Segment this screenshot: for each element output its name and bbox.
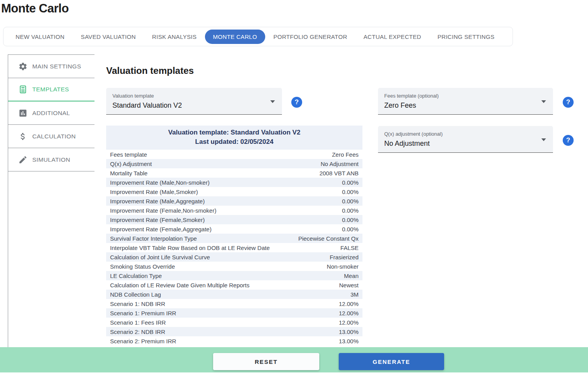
row-value: Zero Fees	[332, 151, 359, 158]
tab-pricing-settings[interactable]: PRICING SETTINGS	[429, 30, 502, 44]
sidebar-item-templates[interactable]: TEMPLATES	[8, 78, 94, 101]
calculator-icon	[18, 85, 28, 94]
summary-rows: Fees template Zero Fees Q(x) Adjustment …	[106, 150, 362, 346]
table-row: Q(x) Adjustment No Adjustment	[106, 159, 362, 168]
sidebar-item-calculation[interactable]: CALCULATION	[8, 125, 94, 148]
row-value: 0.00%	[342, 198, 359, 204]
sidebar-item-label: TEMPLATES	[32, 86, 69, 93]
table-row: Smoking Status Override Non-smoker	[106, 262, 362, 271]
page-title: Monte Carlo	[1, 2, 69, 16]
row-value: 0.00%	[342, 189, 359, 195]
valuation-template-label: Valuation template	[112, 93, 276, 99]
table-row: LE Calculation Type Mean	[106, 271, 362, 280]
table-row: Interpolate VBT Table Row Based on DOB a…	[106, 243, 362, 252]
row-value: 0.00%	[342, 217, 359, 223]
table-row: Improvement Rate (Female,Aggregate) 0.00…	[106, 224, 362, 234]
row-label: Improvement Rate (Male,Aggregate)	[110, 198, 205, 204]
row-label: Scenario 2: NDB IRR	[110, 329, 165, 335]
row-value: 12.00%	[339, 310, 359, 316]
sidebar-item-label: SIMULATION	[32, 156, 70, 163]
table-row: Improvement Rate (Female,Smoker) 0.00%	[106, 215, 362, 224]
gear-icon	[18, 62, 28, 71]
fees-template-label: Fees template (optional)	[384, 93, 547, 99]
chevron-down-icon	[541, 100, 546, 103]
row-label: Improvement Rate (Female,Smoker)	[110, 217, 205, 223]
valuation-template-select[interactable]: Valuation template Standard Valuation V2	[106, 88, 282, 115]
table-row: Survival Factor Interpolation Type Piece…	[106, 234, 362, 243]
tab-actual-expected[interactable]: ACTUAL EXPECTED	[355, 30, 429, 44]
bar-chart-icon	[18, 108, 28, 118]
table-row: Improvement Rate (Male,Aggregate) 0.00%	[106, 196, 362, 206]
row-label: Improvement Rate (Female,Aggregate)	[110, 226, 212, 232]
tab-label: PORTFOLIO GENERATOR	[273, 33, 347, 40]
tab-label: SAVED VALUATION	[81, 33, 136, 40]
row-label: LE Calculation Type	[110, 273, 162, 279]
valuation-template-help-icon[interactable]: ?	[291, 97, 302, 108]
row-value: 0.00%	[342, 207, 359, 214]
tab-label: ACTUAL EXPECTED	[364, 33, 421, 40]
valuation-template-value: Standard Valuation V2	[112, 101, 276, 110]
table-row: Scenario 1: Premium IRR 12.00%	[106, 308, 362, 318]
fees-template-help-icon[interactable]: ?	[563, 97, 574, 108]
tab-saved-valuation[interactable]: SAVED VALUATION	[73, 30, 144, 44]
row-value: 0.00%	[342, 179, 359, 186]
row-label: Calculation of Joint Life Survival Curve	[110, 254, 210, 260]
row-label: Calculation of LE Review Date Given Mult…	[110, 282, 250, 288]
row-label: Improvement Rate (Female,Non-smoker)	[110, 207, 216, 214]
tab-label: RISK ANALYSIS	[152, 33, 197, 40]
row-value: No Adjustment	[320, 161, 359, 167]
table-row: Scenario 2: Premium IRR 13.00%	[106, 336, 362, 346]
tab-new-valuation[interactable]: NEW VALUATION	[7, 30, 73, 44]
sidebar-item-label: CALCULATION	[32, 133, 76, 140]
table-row: Fees template Zero Fees	[106, 150, 362, 159]
row-value: Mean	[344, 273, 359, 279]
fees-template-value: Zero Fees	[384, 101, 547, 110]
template-summary-table: Valuation template: Standard Valuation V…	[106, 126, 362, 346]
row-label: Interpolate VBT Table Row Based on DOB a…	[110, 245, 270, 251]
row-label: Fees template	[110, 151, 147, 158]
generate-button[interactable]: GENERATE	[339, 353, 444, 370]
qx-adjustment-select[interactable]: Q(x) adjustment (optional) No Adjustment	[378, 126, 553, 153]
reset-button[interactable]: RESET	[213, 353, 319, 370]
qx-adjustment-value: No Adjustment	[384, 140, 547, 148]
sidebar-item-simulation[interactable]: SIMULATION	[8, 148, 94, 171]
row-label: NDB Collection Lag	[110, 291, 161, 298]
table-row: Scenario 1: Fees IRR 12.00%	[106, 318, 362, 327]
row-value: 13.00%	[339, 338, 359, 344]
sidebar-item-additional[interactable]: ADDITIONAL	[8, 101, 94, 125]
table-row: Improvement Rate (Male,Non-smoker) 0.00%	[106, 178, 362, 187]
table-row: Improvement Rate (Female,Non-smoker) 0.0…	[106, 206, 362, 215]
fees-template-select[interactable]: Fees template (optional) Zero Fees	[378, 88, 553, 115]
row-label: Survival Factor Interpolation Type	[110, 235, 197, 242]
row-label: Mortality Table	[110, 170, 147, 177]
summary-title: Valuation template: Standard Valuation V…	[106, 128, 362, 137]
row-label: Scenario 2: Premium IRR	[110, 338, 176, 344]
row-label: Scenario 1: Premium IRR	[110, 310, 176, 316]
row-value: 13.00%	[339, 329, 359, 335]
table-row: Calculation of Joint Life Survival Curve…	[106, 252, 362, 262]
row-value: 0.00%	[342, 226, 359, 232]
qx-adjustment-help-icon[interactable]: ?	[563, 135, 574, 146]
row-value: Newest	[339, 282, 359, 288]
tab-bar: NEW VALUATION SAVED VALUATION RISK ANALY…	[3, 27, 513, 46]
dollar-icon	[18, 132, 28, 141]
sidebar-item-main-settings[interactable]: MAIN SETTINGS	[8, 55, 94, 78]
row-value: FALSE	[340, 245, 359, 251]
tab-label: NEW VALUATION	[16, 33, 65, 40]
table-row: Mortality Table 2008 VBT ANB	[106, 168, 362, 178]
table-row: Improvement Rate (Male,Smoker) 0.00%	[106, 187, 362, 196]
row-value: 12.00%	[339, 301, 359, 307]
monte-carlo-page: Monte Carlo NEW VALUATION SAVED VALUATIO…	[0, 0, 588, 374]
pencil-icon	[18, 155, 28, 164]
row-value: 12.00%	[339, 319, 359, 326]
action-footer: RESET GENERATE	[0, 347, 588, 372]
tab-monte-carlo[interactable]: MONTE CARLO	[205, 30, 265, 44]
row-value: 2008 VBT ANB	[319, 170, 359, 177]
tab-risk-analysis[interactable]: RISK ANALYSIS	[144, 30, 205, 44]
sidebar: MAIN SETTINGS TEMPLATES ADDITIONAL CALCU…	[8, 54, 94, 347]
chevron-down-icon	[270, 100, 275, 103]
tab-portfolio-generator[interactable]: PORTFOLIO GENERATOR	[265, 30, 355, 44]
row-value: Non-smoker	[327, 263, 359, 270]
row-label: Scenario 1: Fees IRR	[110, 319, 166, 326]
row-label: Scenario 1: NDB IRR	[110, 301, 165, 307]
